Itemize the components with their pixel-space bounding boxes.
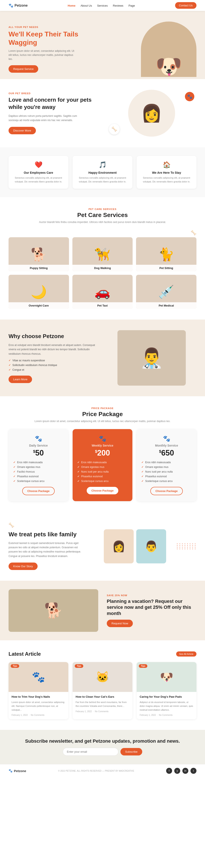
article-meta-2: February 1, 2022 · No Comments	[140, 714, 194, 716]
article-card-0[interactable]: 🐾 Tips How to Trim Your Dog's Nails Lore…	[8, 662, 68, 719]
price-card-name-2: Monthly Service	[142, 444, 192, 447]
services-section: PET CARE SERVICES Pet Care Services Auct…	[0, 197, 205, 319]
price-feature-0-0: Eros nibh maieusuada	[13, 461, 63, 464]
articles-see-all-button[interactable]: See All Article	[176, 651, 197, 656]
newsletter-email-input[interactable]	[63, 748, 118, 756]
feature-icon-1: 🎵	[77, 161, 128, 168]
article-desc-2: Adipisci ut do eiusmod id temporem labos…	[140, 701, 194, 712]
why-list-item-1: Sollicitudin vestibulum rhoncus tristiqu…	[8, 364, 98, 367]
article-meta-1: February 1, 2022 · No Comments	[76, 710, 129, 713]
price-cta-1[interactable]: Choose Package	[87, 487, 118, 494]
services-title: Pet Care Services	[8, 212, 197, 218]
family-img-0: 👩	[104, 529, 134, 563]
service-card-2[interactable]: 🐈 Pet Sitting	[136, 237, 197, 271]
service-card-3[interactable]: 🌙 Overnight Care	[8, 275, 69, 309]
feature-card-2: 🏠 We Are Here To Stay Senectus convallis…	[137, 156, 197, 189]
family-emoji-1: 👨	[145, 540, 158, 553]
nav-page[interactable]: Page	[129, 4, 135, 7]
service-card-1[interactable]: 🦮 Dog Walking	[72, 237, 133, 271]
hero-content: ALL YOUR PET NEEDS We'll Keep Their Tail…	[8, 26, 103, 72]
footer: 🐾 Petzone © 2022 PETZONE. ALL RIGHTS RES…	[0, 764, 205, 777]
navbar: 🐾 Petzone Home About Us Services Reviews…	[0, 0, 205, 11]
service-card-4[interactable]: 🚗 Pet Taxi	[72, 275, 133, 309]
service-card-5[interactable]: 💉 Pet Medical	[136, 275, 197, 309]
price-card-amount-2: $650	[142, 448, 192, 458]
feature-title-1: Happy Environment	[77, 171, 128, 174]
hero-tagline: ALL YOUR PET NEEDS	[8, 26, 103, 28]
hero-cta-button[interactable]: Request Service	[8, 65, 38, 73]
love-cta-button[interactable]: Discover More	[8, 127, 36, 134]
price-feature-0-2: Facilisi rhoncus	[13, 470, 63, 473]
why-image: 👨‍⚕️	[118, 330, 186, 385]
article-date-0: February 1, 2022	[11, 714, 28, 716]
article-img-1: 🐱 Tips	[73, 662, 132, 692]
love-tagline: OUR PET BREED	[8, 92, 98, 95]
price-currency-2: $	[159, 450, 161, 454]
newsletter-subscribe-button[interactable]: Subscribe	[121, 748, 142, 755]
article-badge-1: Tips	[75, 664, 83, 668]
article-badge-0: Tips	[11, 664, 19, 668]
nav-home[interactable]: Home	[68, 4, 75, 7]
social-facebook-icon[interactable]: f	[166, 768, 172, 774]
feature-icon-0: ❤️	[13, 161, 64, 168]
family-content: 🦴 We treat pets like family Euismod laor…	[8, 523, 83, 570]
hero-section: ALL YOUR PET NEEDS We'll Keep Their Tail…	[0, 11, 205, 79]
family-images: 👩 👨	[92, 529, 166, 563]
why-description: Eros at volutpat vero blandit tincidunt …	[8, 343, 98, 356]
price-feature-2-1: Ornare egestas mus	[142, 466, 192, 468]
service-label-4: Pet Taxi	[72, 302, 133, 309]
why-cta-button[interactable]: Learn More	[8, 376, 32, 383]
why-list: Vitae ac mauris suspendisse Sollicitudin…	[8, 359, 98, 371]
price-card-monthly: 🐾 Monthly Service $650 Eros nibh maieusu…	[137, 429, 197, 501]
article-emoji-0: 🐾	[32, 671, 45, 683]
price-cta-2[interactable]: Choose Package	[150, 487, 183, 495]
service-card-0[interactable]: 🐕 Puppy Sitting	[8, 237, 69, 271]
article-emoji-2: 🐶	[160, 671, 173, 683]
article-desc-0: Lorem ipsum dolor sit amet, consectetur …	[11, 701, 65, 712]
nav-services[interactable]: Services	[97, 4, 108, 7]
price-currency-0: $	[33, 450, 35, 454]
article-body-2: Caring for Your Dog's Paw Pads Adipisci …	[137, 692, 197, 719]
brand-logo[interactable]: 🐾 Petzone	[8, 3, 28, 8]
feature-desc-2: Senectus convallis adipiscing elit, at p…	[141, 176, 192, 184]
price-cta-0[interactable]: Choose Package	[22, 487, 55, 495]
footer-brand-name: Petzone	[14, 769, 26, 773]
service-label-2: Pet Sitting	[136, 265, 197, 271]
nav-about[interactable]: About Us	[80, 4, 92, 7]
social-tiktok-icon[interactable]: t	[190, 768, 197, 774]
footer-copyright: © 2022 PETZONE. ALL RIGHTS RESERVED — PR…	[58, 770, 134, 772]
newsletter-section: Subscribe newsletter, and get Petzone up…	[0, 730, 205, 764]
price-feature-2-4: Scelerisque cursus arcu	[142, 479, 192, 483]
price-top-label: PRICE PACKAGE	[8, 407, 197, 409]
vacation-cta-button[interactable]: Request Now	[107, 620, 133, 627]
services-grid-row1: 🐕 Puppy Sitting 🦮 Dog Walking 🐈 Pet Sitt…	[8, 237, 197, 271]
contact-button[interactable]: Contact Us	[175, 2, 197, 9]
price-value-0: 50	[35, 448, 44, 457]
family-img-1: 👨	[136, 529, 166, 563]
why-img-emoji: 👨‍⚕️	[140, 347, 163, 369]
price-feature-2-0: Eros nibh maieusuada	[142, 461, 192, 464]
article-card-1[interactable]: 🐱 Tips How to Clean Your Cat's Ears Far …	[73, 662, 132, 719]
services-description: Auctor blandit felis finibu conubia impe…	[8, 221, 197, 224]
why-list-item-0: Vitae ac mauris suspendisse	[8, 359, 98, 362]
service-label-3: Overnight Care	[8, 302, 69, 309]
price-features-1: Eros nibh maieusuada Ornare egestas mus …	[77, 461, 128, 483]
hero-description: Lorem ipsum dolor sit amet, consectetur …	[8, 49, 77, 61]
article-title-1: How to Clean Your Cat's Ears	[76, 695, 129, 699]
article-img-2: 🐶 Tips	[137, 662, 197, 692]
vacation-image: 🐕	[8, 589, 98, 632]
article-title-0: How to Trim Your Dog's Nails	[11, 695, 65, 699]
service-label-0: Puppy Sitting	[8, 265, 69, 271]
social-linkedin-icon[interactable]: in	[182, 768, 188, 774]
articles-grid: 🐾 Tips How to Trim Your Dog's Nails Lore…	[8, 662, 197, 719]
nav-reviews[interactable]: Reviews	[113, 4, 123, 7]
family-cta-button[interactable]: Know Our Story	[8, 562, 37, 570]
social-youtube-icon[interactable]: y	[174, 768, 180, 774]
why-section: Why choose Petzone Eros at volutpat vero…	[0, 319, 205, 396]
price-feature-1-1: Ornare egestas mus	[77, 466, 128, 468]
love-image-container: 👩 🦴 🐾	[107, 90, 197, 137]
newsletter-title: Subscribe newsletter, and get Petzone up…	[8, 738, 197, 744]
price-value-1: 200	[97, 448, 110, 457]
article-date-1: February 1, 2022	[76, 710, 92, 713]
article-card-2[interactable]: 🐶 Tips Caring for Your Dog's Paw Pads Ad…	[137, 662, 197, 719]
